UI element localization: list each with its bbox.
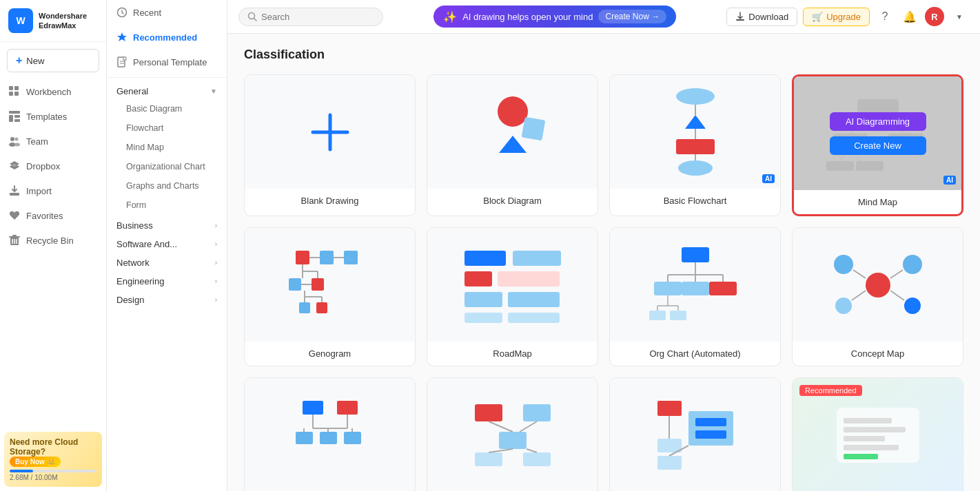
ai-banner[interactable]: ✨ AI drawing helps open your mind Create… [433,6,676,28]
new-button[interactable]: + New [7,49,99,72]
card-network2[interactable] [427,377,598,491]
svg-rect-64 [316,302,327,313]
content-area: Classification Blank Drawing [227,34,980,491]
svg-line-116 [489,421,513,432]
mid-sub-org-chart[interactable]: Organizational Chart [107,157,227,176]
svg-rect-74 [465,313,502,323]
chevron-right-icon-2: › [215,240,217,248]
roadmap-svg [458,240,568,330]
mid-sub-graphs[interactable]: Graphs and Charts [107,176,227,196]
mid-sub-form[interactable]: Form [107,196,227,215]
search-icon [247,12,257,21]
svg-marker-38 [685,115,706,129]
sidebar-item-import[interactable]: Import [0,178,106,203]
svg-rect-2 [9,92,13,96]
svg-rect-4 [9,111,20,114]
sidebar-item-favorites[interactable]: Favorites [0,203,106,228]
svg-rect-89 [649,311,666,320]
card-blank-drawing[interactable]: Blank Drawing [244,74,416,216]
mid-personal-template[interactable]: Personal Template [107,50,227,74]
svg-point-33 [498,96,528,127]
sidebar-item-team[interactable]: Team [0,129,106,154]
card-network1[interactable] [244,377,416,491]
notification-icon[interactable]: 🔔 [900,7,919,26]
mid-network-section[interactable]: Network › [107,252,227,271]
mid-sub-flowchart[interactable]: Flowchart [107,118,227,138]
svg-rect-112 [523,404,551,421]
avatar[interactable]: R [925,7,944,26]
svg-rect-0 [9,86,13,90]
svg-rect-84 [709,282,737,295]
mid-sub-mindmap[interactable]: Mind Map [107,138,227,157]
svg-point-11 [14,143,20,147]
mid-software-section[interactable]: Software And... › [107,233,227,252]
create-new-button[interactable]: Create New [830,136,926,155]
svg-rect-83 [682,282,709,295]
card-mind-map[interactable]: AI Diagramming Create New AI Mind Map [792,74,963,216]
flowchart-svg [654,84,737,180]
svg-rect-129 [844,418,892,424]
logo-icon: W [8,8,33,33]
svg-line-118 [489,449,513,452]
sidebar-item-recycle[interactable]: Recycle Bin [0,228,106,253]
svg-rect-124 [657,439,682,452]
sidebar-item-workbench[interactable]: Workbench [0,79,106,104]
mid-recommended[interactable]: Recommended [107,25,227,50]
buy-now-button[interactable]: Buy Now 👑 [10,457,61,467]
svg-rect-18 [12,235,17,236]
svg-rect-56 [344,251,358,264]
card-recommended[interactable]: Recommended [792,377,963,491]
svg-point-95 [904,297,921,314]
card-mindmap-label: Mind Map [794,190,961,214]
chevron-right-icon-5: › [215,296,217,304]
svg-rect-5 [9,115,13,122]
svg-rect-113 [499,432,527,449]
help-icon[interactable]: ? [875,7,895,26]
svg-point-93 [903,255,922,274]
mindmap-overlay: AI Diagramming Create New [794,76,961,190]
chevron-right-icon-3: › [215,259,217,267]
card-roadmap[interactable]: RoadMap [427,227,598,366]
card-genogram[interactable]: Genogram [244,227,416,366]
cards-grid: Blank Drawing Block Diagram [244,74,963,491]
svg-rect-73 [508,292,560,307]
svg-rect-57 [289,278,301,291]
mid-general-section[interactable]: General ▼ [107,81,227,99]
orgchart-svg [644,240,747,330]
ai-badge-flowchart: AI [762,174,775,183]
svg-rect-1 [14,86,19,90]
card-orgchart[interactable]: Org Chart (Automated) [609,227,781,366]
ai-create-now-button[interactable]: Create Now → [598,10,666,23]
chevron-down-user-icon[interactable]: ▼ [950,7,969,26]
card-recommended-img: Recommended [793,378,963,491]
mid-business-section[interactable]: Business › [107,215,227,233]
search-input[interactable] [261,12,358,22]
svg-rect-121 [688,411,733,446]
download-button[interactable]: Download [726,8,797,26]
card-concept-map[interactable]: Concept Map [792,227,963,366]
svg-rect-75 [508,313,560,323]
search-box[interactable] [238,8,383,26]
svg-rect-54 [320,251,334,264]
sidebar-item-dropbox[interactable]: Dropbox [0,154,106,178]
upgrade-button[interactable]: 🛒 Upgrade [803,8,870,26]
mid-engineering-section[interactable]: Engineering › [107,271,227,289]
card-blank-label: Blank Drawing [245,189,415,213]
svg-rect-35 [521,116,545,140]
card-block-diagram[interactable]: Block Diagram [427,74,598,216]
card-basic-flowchart[interactable]: AI Basic Flowchart [609,74,781,216]
sidebar-item-templates[interactable]: Templates [0,104,106,129]
card-network3[interactable] [609,377,781,491]
cloud-storage-promo[interactable]: Need more Cloud Storage? Buy Now 👑 2.68M… [4,432,102,487]
svg-rect-115 [523,452,551,466]
svg-rect-132 [844,445,899,450]
card-mindmap-img: AI Diagramming Create New AI [794,76,961,190]
mid-recent[interactable]: Recent [107,0,227,25]
ai-diagramming-button[interactable]: AI Diagramming [830,112,926,131]
svg-rect-68 [465,251,506,266]
svg-line-117 [520,421,537,432]
mid-sub-basic-diagram[interactable]: Basic Diagram [107,99,227,118]
svg-point-94 [835,297,852,314]
card-network3-img [610,378,780,491]
mid-design-section[interactable]: Design › [107,289,227,308]
